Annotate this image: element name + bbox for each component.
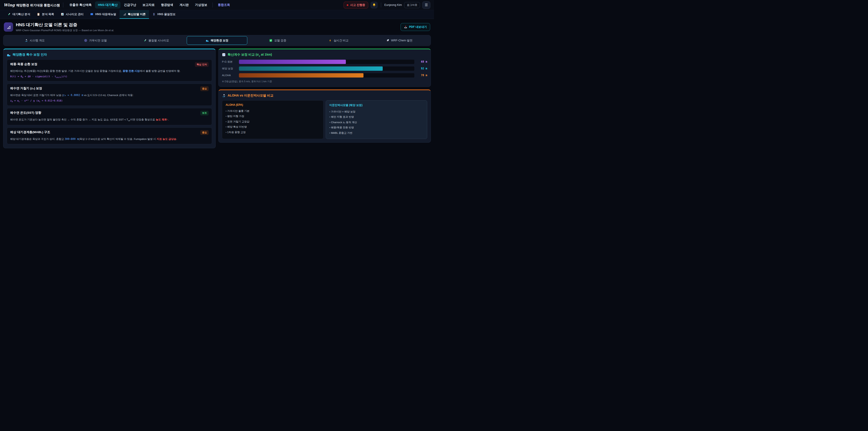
triangle-ruler-icon xyxy=(6,25,11,30)
subtab-scenario-management[interactable]: 시나리오 관리 xyxy=(57,10,87,19)
bar-value: 92 m xyxy=(417,67,427,70)
bar-label: ALOHA xyxy=(222,74,237,76)
logout-button[interactable]: 로그아웃 xyxy=(404,2,420,8)
nav-item-reports[interactable]: 보고자료 xyxy=(140,1,158,8)
bar-value: 78 m xyxy=(417,74,427,77)
list-item: 가우시안 + 해양 보정 xyxy=(329,109,424,115)
chart-increasing-icon xyxy=(222,53,225,57)
tab-marine-environment-correction[interactable]: 해양환경 보정 xyxy=(187,36,248,45)
nav-item-hns-dispersion[interactable]: HNS·대기확산 xyxy=(95,1,121,8)
list-item: 1차원 풍향 고정 xyxy=(225,130,320,135)
card-title: 해수면 거칠기 (z₀) 보정 xyxy=(10,86,42,90)
menu-button[interactable]: ☰ xyxy=(422,1,430,9)
compare-grid: ALOHA (EPA) 가우시안 플룸 기본 평탄 지형 가정 표면 거칠기 고… xyxy=(222,100,427,139)
sub-nav: 대기확산 분석 분석 목록 시나리오 관리 HNS 대응매뉴얼 확산모델 이론 … xyxy=(0,10,434,19)
section-tabs: 시스템 개요 가우시안 모델 물질별 시나리오 해양환경 보정 모델 검증 실시… xyxy=(3,35,431,46)
nav-item-weather[interactable]: 기상정보 xyxy=(192,1,210,8)
bar-fill-pg xyxy=(239,60,346,64)
aloha-column: ALOHA (EPA) 가우시안 플룸 기본 평탄 지형 가정 표면 거칠기 고… xyxy=(222,100,323,139)
main-menu: 유출유 확산예측 HNS·대기확산 긴급구난 보고자료 항공탐색 게시판 기상정… xyxy=(66,1,233,8)
top-nav-right: 사고 진행중 Eunjeong Kim 로그아웃 ☰ xyxy=(344,1,430,9)
bar-row-pg-original: P-G 원본 68 m xyxy=(222,60,427,64)
subtab-analysis-list[interactable]: 분석 목록 xyxy=(33,10,57,19)
nav-item-emergency[interactable]: 긴급구난 xyxy=(121,1,139,8)
inbox-tray-icon xyxy=(404,25,407,29)
factor-card-sst: 해수면 온도(SST) 영향 보조 해수면 온도가 기온보다 높으면 열적 불안… xyxy=(7,108,212,125)
hamburger-icon: ☰ xyxy=(425,3,428,7)
bar-fill-marine xyxy=(239,66,383,71)
dna-icon xyxy=(152,13,156,16)
tab-realtime-comparison[interactable]: 실시간 비교 xyxy=(308,36,369,45)
list-item: 평탄 지형 가정 xyxy=(225,114,320,119)
factor-card-sea-roughness: 해수면 거칠기 (z₀) 보정 중요 해수면은 육상 대비 표면 거칠기가 매우… xyxy=(7,84,212,105)
book-icon xyxy=(90,13,93,16)
notification-button[interactable] xyxy=(370,2,378,8)
tab-substance-scenarios[interactable]: 물질별 시나리오 xyxy=(126,36,187,45)
priority-badge: 보조 xyxy=(200,111,209,116)
bar-row-marine-corrected: 해양 보정 92 m xyxy=(222,66,427,71)
bar-value: 68 m xyxy=(417,60,427,63)
bell-icon xyxy=(372,3,376,7)
microscope-icon xyxy=(25,39,28,42)
lightning-icon xyxy=(329,39,332,42)
tab-gaussian-model[interactable]: 가우시안 모델 xyxy=(65,36,126,45)
bar-row-aloha: ALOHA 78 m xyxy=(222,73,427,78)
sigma-chart-panel: 확산계수 보정 비교 (σy at 1km) P-G 원본 68 m 해양 보정… xyxy=(218,49,431,87)
page-header: HNS 대기확산 모델 이론 및 검증 WRF-Chem·Gaussian Pl… xyxy=(0,19,434,35)
priority-badge: 중요 xyxy=(200,130,209,135)
page-title: HNS 대기확산 모델 이론 및 검증 xyxy=(16,22,114,28)
leemoonjin-model-column: 이문진박사모델 (해양 보정) 가우시안 + 해양 보정 해안 지형 효과 반영… xyxy=(326,100,427,139)
list-item: 해안 지형 효과 반영 xyxy=(329,114,424,120)
list-item: 해풍/육풍 전환 반영 xyxy=(329,125,424,130)
status-dot-icon xyxy=(347,4,348,6)
subtab-hns-manual[interactable]: HNS 대응매뉴얼 xyxy=(87,10,119,19)
subtab-dispersion-analysis[interactable]: 대기확산 분석 xyxy=(4,10,33,19)
priority-badge: 핵심 인자 xyxy=(195,62,209,67)
logo-title: 해양환경 위기대응 통합시스템 xyxy=(16,3,60,7)
card-formula: z0 = αc · u*² / g (αc ≈ 0.011~0.018) xyxy=(10,99,209,102)
bar-label: 해양 보정 xyxy=(222,67,237,70)
incident-status-badge[interactable]: 사고 진행중 xyxy=(344,2,368,8)
nav-item-board[interactable]: 게시판 xyxy=(177,1,192,8)
main-content: 해양환경 특수 보정 인자 해풍·육풍 순환 보정 핵심 인자 해안에서는 주간… xyxy=(0,49,434,153)
app-root: Wing 해양환경 위기대응 통합시스템 유출유 확산예측 HNS·대기확산 긴… xyxy=(0,0,434,215)
nav-item-aerial-search[interactable]: 항공탐색 xyxy=(158,1,176,8)
marine-factors-panel: 해양환경 특수 보정 인자 해풍·육풍 순환 보정 핵심 인자 해안에서는 주간… xyxy=(3,49,216,148)
logo[interactable]: Wing 해양환경 위기대응 통합시스템 xyxy=(4,3,60,7)
tab-model-validation[interactable]: 모델 검증 xyxy=(247,36,308,45)
subtab-diffusion-model-theory[interactable]: 확산모델 이론 xyxy=(120,10,149,19)
pdf-export-button[interactable]: PDF 내보내기 xyxy=(401,23,430,31)
list-item: 가우시안 플룸 기본 xyxy=(225,109,320,114)
bar-label: P-G 원본 xyxy=(222,60,237,63)
model-compare-panel: ALOHA vs 이문진박사모델 비교 ALOHA (EPA) 가우시안 플룸 … xyxy=(218,90,431,143)
list-item: 해양 특성 미반영 xyxy=(225,124,320,130)
page-title-icon-box xyxy=(4,22,13,32)
right-column: 확산계수 보정 비교 (σy at 1km) P-G 원본 68 m 해양 보정… xyxy=(218,49,431,143)
divider xyxy=(381,2,381,7)
bar-track xyxy=(239,73,414,78)
tab-wrf-chem[interactable]: WRF-Chem·발전 xyxy=(369,36,430,45)
wave-icon xyxy=(206,39,209,42)
factor-card-mabl: 해상 대기경계층(MABL) 구조 중요 해양 대기경계층은 육상과 구조가 상… xyxy=(7,127,212,144)
card-body: 해수면 온도가 기온보다 높으면 열적 불안정 촉진 → 수직 혼합 증가 → … xyxy=(10,117,209,122)
nav-item-oil-spill[interactable]: 유출유 확산예측 xyxy=(66,1,94,8)
list-item: Charnock z₀ 동적 계산 xyxy=(329,120,424,125)
nav-item-integrated-search[interactable]: 통합조회 xyxy=(215,1,233,8)
subtab-hns-substance-info[interactable]: HNS 물질정보 xyxy=(149,10,179,19)
bar-chart-icon xyxy=(61,13,64,16)
priority-badge: 중요 xyxy=(200,86,209,91)
test-tube-icon xyxy=(7,13,11,16)
card-body: 해수면은 육상 대비 표면 거칠기가 매우 낮음 (z₀ ≈ 0.0002 m … xyxy=(10,93,209,97)
bar-track xyxy=(239,66,414,71)
tab-system-overview[interactable]: 시스템 개요 xyxy=(4,36,65,45)
card-body: 해안에서는 주간(해풍)·야간(육풍) 풍향 전환 발생. 기존 가우시안 모델… xyxy=(10,69,209,73)
rocket-icon xyxy=(386,39,389,42)
bar-fill-aloha xyxy=(239,73,364,78)
check-icon xyxy=(269,39,272,42)
list-item: MABL 혼합고 가변 xyxy=(329,130,424,136)
card-title: 해풍·육풍 순환 보정 xyxy=(10,62,37,66)
sigma-chart-title: 확산계수 보정 비교 (σy at 1km) xyxy=(222,53,427,57)
page-title-block: HNS 대기확산 모델 이론 및 검증 WRF-Chem·Gaussian Pl… xyxy=(16,22,114,32)
page-subtitle: WRF-Chem·Gaussian Plume/Puff·ROMS·해양환경 보… xyxy=(16,29,114,32)
user-name: Eunjeong Kim xyxy=(384,3,402,6)
